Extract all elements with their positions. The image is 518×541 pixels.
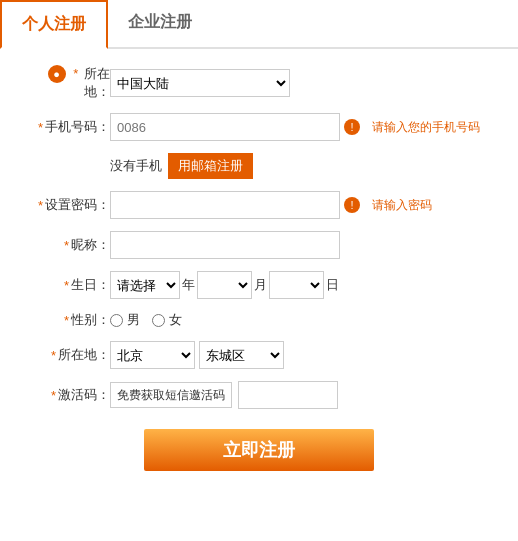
nickname-label-col: * 昵称： xyxy=(30,236,110,254)
phone-hint-icon: ! xyxy=(344,119,360,135)
region-input-col: 北京 东城区 xyxy=(110,341,488,369)
location-icon: ● xyxy=(48,65,66,83)
location-label-col: ● * 所在地： xyxy=(30,65,110,101)
birthday-row: * 生日： 请选择 年 月 日 xyxy=(30,271,488,299)
required-star-password: * xyxy=(38,198,43,213)
nickname-row: * 昵称： xyxy=(30,231,488,259)
no-phone-row: 没有手机 用邮箱注册 xyxy=(110,153,488,179)
region-label: 所在地： xyxy=(58,346,110,364)
phone-label-col: * 手机号码： xyxy=(30,118,110,136)
region-city-select[interactable]: 北京 xyxy=(110,341,195,369)
activation-label: 激活码： xyxy=(58,386,110,404)
password-hint-row: ! 请输入密码 xyxy=(344,197,432,214)
gender-female-label: 女 xyxy=(169,311,182,329)
location-input-col: 中国大陆 xyxy=(110,69,488,97)
gender-female-option[interactable]: 女 xyxy=(152,311,182,329)
password-hint-icon: ! xyxy=(344,197,360,213)
activation-code-input[interactable] xyxy=(238,381,338,409)
tab-personal[interactable]: 个人注册 xyxy=(0,0,108,49)
tab-bar: 个人注册 企业注册 xyxy=(0,0,518,49)
location-label: 所在地： xyxy=(84,66,110,99)
phone-hint-row: ! 请输入您的手机号码 xyxy=(344,119,480,136)
phone-hint-text: 请输入您的手机号码 xyxy=(372,119,480,136)
region-district-select[interactable]: 东城区 xyxy=(199,341,284,369)
required-star-gender: * xyxy=(64,313,69,328)
required-star-location: * xyxy=(73,66,78,81)
required-star-birthday: * xyxy=(64,278,69,293)
birthday-month-select[interactable] xyxy=(197,271,252,299)
activation-label-col: * 激活码： xyxy=(30,386,110,404)
nickname-input-col xyxy=(110,231,488,259)
form-area: ● * 所在地： 中国大陆 * 手机号码： ! 请输入您的手机号码 xyxy=(0,65,518,471)
gender-male-radio[interactable] xyxy=(110,314,123,327)
password-hint-text: 请输入密码 xyxy=(372,197,432,214)
birthday-year-unit: 年 xyxy=(182,276,195,294)
gender-male-option[interactable]: 男 xyxy=(110,311,140,329)
gender-row: * 性别： 男 女 xyxy=(30,311,488,329)
phone-label: 手机号码： xyxy=(45,118,110,136)
required-star-region: * xyxy=(51,348,56,363)
gender-male-label: 男 xyxy=(127,311,140,329)
gender-input-col: 男 女 xyxy=(110,311,488,329)
birthday-input-col: 请选择 年 月 日 xyxy=(110,271,488,299)
activation-row: * 激活码： 免费获取短信邀活码 xyxy=(30,381,488,409)
registration-container: 个人注册 企业注册 ● * 所在地： 中国大陆 * 手机号码： xyxy=(0,0,518,541)
region-label-col: * 所在地： xyxy=(30,346,110,364)
location-row: ● * 所在地： 中国大陆 xyxy=(30,65,488,101)
birthday-month-unit: 月 xyxy=(254,276,267,294)
submit-button[interactable]: 立即注册 xyxy=(144,429,374,471)
phone-input-col: ! 请输入您的手机号码 xyxy=(110,113,488,141)
password-input-col: ! 请输入密码 xyxy=(110,191,488,219)
email-register-button[interactable]: 用邮箱注册 xyxy=(168,153,253,179)
gender-female-radio[interactable] xyxy=(152,314,165,327)
required-star-phone: * xyxy=(38,120,43,135)
password-input[interactable] xyxy=(110,191,340,219)
birthday-day-unit: 日 xyxy=(326,276,339,294)
nickname-label: 昵称： xyxy=(71,236,110,254)
birthday-day-select[interactable] xyxy=(269,271,324,299)
required-star-nickname: * xyxy=(64,238,69,253)
password-label: 设置密码： xyxy=(45,196,110,214)
nickname-input[interactable] xyxy=(110,231,340,259)
birthday-label-col: * 生日： xyxy=(30,276,110,294)
birthday-label: 生日： xyxy=(71,276,110,294)
free-activation-button[interactable]: 免费获取短信邀活码 xyxy=(110,382,232,408)
activation-input-col: 免费获取短信邀活码 xyxy=(110,381,488,409)
location-select[interactable]: 中国大陆 xyxy=(110,69,290,97)
password-label-col: * 设置密码： xyxy=(30,196,110,214)
no-phone-text: 没有手机 xyxy=(110,157,162,175)
region-row: * 所在地： 北京 东城区 xyxy=(30,341,488,369)
tab-enterprise[interactable]: 企业注册 xyxy=(108,0,212,47)
gender-label-col: * 性别： xyxy=(30,311,110,329)
required-star-activation: * xyxy=(51,388,56,403)
phone-input[interactable] xyxy=(110,113,340,141)
phone-row: * 手机号码： ! 请输入您的手机号码 xyxy=(30,113,488,141)
birthday-year-select[interactable]: 请选择 xyxy=(110,271,180,299)
password-row: * 设置密码： ! 请输入密码 xyxy=(30,191,488,219)
gender-label: 性别： xyxy=(71,311,110,329)
